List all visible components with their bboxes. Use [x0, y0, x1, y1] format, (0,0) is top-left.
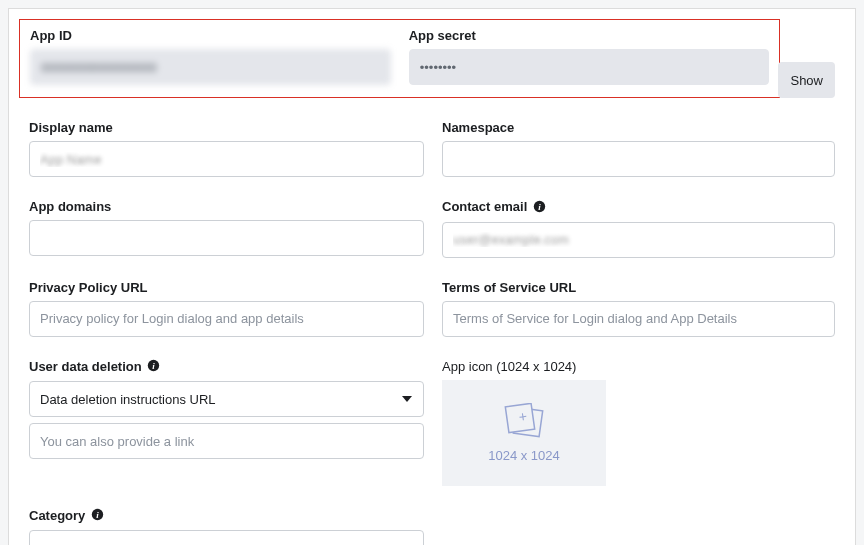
- info-icon: i: [91, 508, 104, 524]
- category-label-text: Category: [29, 508, 85, 523]
- category-select[interactable]: [29, 530, 424, 545]
- tos-label: Terms of Service URL: [442, 280, 835, 295]
- namespace-input[interactable]: [442, 141, 835, 177]
- user-data-deletion-select[interactable]: [29, 381, 424, 417]
- privacy-policy-input[interactable]: [29, 301, 424, 337]
- contact-email-label-text: Contact email: [442, 199, 527, 214]
- show-secret-button[interactable]: Show: [778, 62, 835, 98]
- info-icon: i: [147, 359, 160, 375]
- contact-email-input[interactable]: [442, 222, 835, 258]
- tos-input[interactable]: [442, 301, 835, 337]
- credentials-highlight: App ID App secret: [19, 19, 780, 98]
- app-domains-label: App domains: [29, 199, 424, 214]
- app-id-label: App ID: [30, 28, 391, 43]
- user-data-deletion-label-text: User data deletion: [29, 359, 142, 374]
- privacy-policy-label: Privacy Policy URL: [29, 280, 424, 295]
- app-id-input[interactable]: [30, 49, 391, 85]
- info-icon: i: [533, 200, 546, 216]
- display-name-label: Display name: [29, 120, 424, 135]
- display-name-input[interactable]: [29, 141, 424, 177]
- image-placeholder-icon: +: [503, 403, 545, 442]
- user-data-deletion-label: User data deletion i: [29, 359, 424, 376]
- app-icon-upload[interactable]: + 1024 x 1024: [442, 380, 606, 486]
- contact-email-label: Contact email i: [442, 199, 835, 216]
- app-icon-label: App icon (1024 x 1024): [442, 359, 835, 374]
- user-data-deletion-link-input[interactable]: [29, 423, 424, 459]
- app-secret-input[interactable]: [409, 49, 770, 85]
- category-label: Category i: [29, 508, 424, 525]
- app-domains-input[interactable]: [29, 220, 424, 256]
- app-secret-label: App secret: [409, 28, 770, 43]
- app-icon-dimensions: 1024 x 1024: [488, 448, 560, 463]
- namespace-label: Namespace: [442, 120, 835, 135]
- settings-panel: App ID App secret Show Display name Name…: [8, 8, 856, 545]
